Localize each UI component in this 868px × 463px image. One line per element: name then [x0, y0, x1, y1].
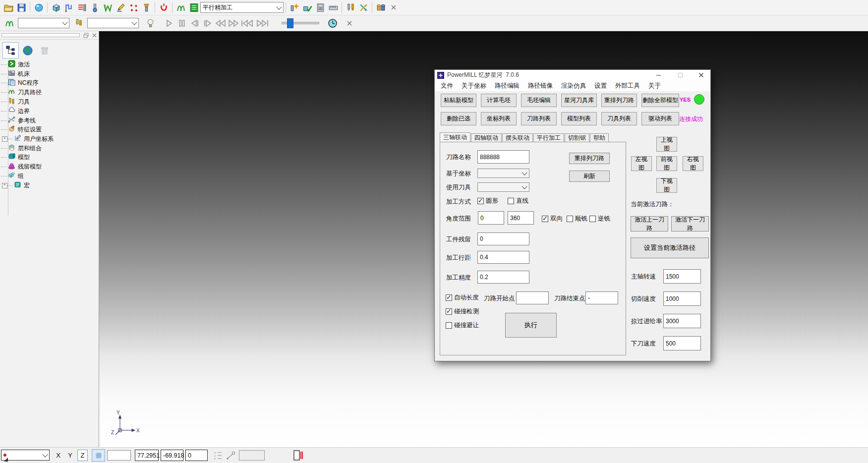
speed-slider[interactable] — [282, 22, 319, 24]
spindle-speed-input[interactable] — [663, 269, 701, 284]
grid-toggle-button[interactable] — [92, 449, 105, 462]
menu-external-tools[interactable]: 外部工具 — [615, 82, 640, 90]
batch-star-icon[interactable] — [288, 1, 301, 14]
rewind-icon[interactable] — [214, 17, 227, 30]
tab-3axis[interactable]: 三轴联动 — [440, 132, 470, 142]
toolpath-list-button[interactable]: 刀路列表 — [521, 112, 557, 125]
tree-item-nc-program[interactable]: NC程序 — [1, 78, 98, 87]
menu-about[interactable]: 关于 — [648, 82, 661, 90]
go-end-icon[interactable] — [255, 17, 270, 30]
toolpath-name-input[interactable] — [477, 150, 529, 164]
drawing-icon[interactable] — [114, 1, 127, 14]
stock-input[interactable] — [477, 232, 529, 245]
pattern-icon[interactable] — [101, 1, 114, 14]
web-view-button[interactable] — [19, 42, 36, 58]
conventional-checkbox[interactable] — [589, 216, 596, 222]
expand-icon[interactable]: + — [2, 136, 7, 142]
auto-length-check[interactable]: 自动长度 — [446, 293, 479, 302]
ruler-icon[interactable] — [327, 1, 340, 14]
menu-path-edit[interactable]: 路径编辑 — [495, 82, 520, 90]
clipboard-icon[interactable] — [292, 449, 303, 463]
fast-forward-icon[interactable] — [227, 17, 240, 30]
toolpath-spring-icon[interactable] — [174, 1, 187, 14]
tree-item-activate[interactable]: 激活 — [1, 60, 98, 69]
tool-pair-icon[interactable] — [344, 1, 357, 14]
minimize-button[interactable] — [651, 70, 666, 80]
close-panel-icon[interactable] — [92, 33, 97, 40]
drive-list-button[interactable]: 驱动列表 — [641, 112, 679, 125]
recycle-bin-button[interactable] — [36, 42, 53, 58]
delete-all-models-button[interactable]: 删除全部模型 — [641, 94, 679, 107]
tab-help[interactable]: 帮助 — [590, 133, 609, 142]
collision-check-check[interactable]: 碰撞检测 — [446, 307, 479, 316]
rearrange-toolpaths-button[interactable]: 重排列刀路 — [601, 94, 637, 107]
coord-x-value[interactable]: 77.2951 — [135, 450, 159, 461]
simulate-check-icon[interactable] — [301, 1, 314, 14]
tool-holder-icon[interactable] — [140, 1, 153, 14]
stock-cylinders-icon[interactable] — [374, 1, 387, 14]
block-edit-button[interactable]: 毛坯编辑 — [521, 94, 557, 107]
menu-coords[interactable]: 关于坐标 — [462, 82, 486, 90]
tree-item-machine[interactable]: 机床 — [1, 69, 98, 78]
grid-size-input[interactable] — [107, 450, 131, 461]
tree-item-groups[interactable]: 组 — [1, 172, 98, 180]
tool-combo[interactable] — [477, 182, 529, 192]
tree-item-patterns[interactable]: 参考线 — [1, 116, 98, 125]
tab-4axis[interactable]: 四轴联动 — [471, 133, 502, 142]
sim-tool-combo[interactable] — [87, 18, 139, 28]
auto-length-checkbox[interactable] — [446, 294, 452, 301]
tree-item-tools[interactable]: 刀具 — [1, 97, 98, 106]
collision-avoid-check[interactable]: 碰撞避让 — [446, 321, 479, 330]
close-toolbar-icon[interactable] — [387, 1, 400, 14]
points-icon[interactable] — [127, 1, 140, 14]
axis-z-button[interactable]: Z — [77, 450, 88, 461]
panel-scrollbar[interactable] — [1, 33, 80, 37]
tree-item-toolpaths[interactable]: 刀具路径 — [1, 88, 98, 97]
tool-small-icon[interactable] — [72, 17, 85, 30]
tree-item-levels-and-sets[interactable]: 层和组合 — [1, 144, 98, 153]
mode-line-check[interactable]: 直线 — [508, 197, 528, 205]
coord-combo[interactable] — [477, 169, 529, 178]
tree-item-feature-sets[interactable]: 特征设置 — [1, 125, 98, 134]
prev-toolpath-button[interactable]: 激活上一刀路 — [631, 216, 668, 232]
skim-feed-input[interactable] — [663, 314, 701, 328]
open-file-icon[interactable] — [2, 1, 15, 14]
tree-item-models[interactable]: 模型 — [1, 153, 98, 162]
active-strategy-combo[interactable]: 平行精加工 — [200, 2, 284, 13]
probe-point-icon[interactable] — [226, 451, 236, 462]
menu-render-sim[interactable]: 渲染仿真 — [561, 82, 586, 90]
execute-button[interactable]: 执行 — [505, 313, 557, 338]
coord-z-value[interactable]: 0 — [185, 450, 208, 461]
clock-icon[interactable] — [326, 17, 339, 30]
toolpath-strategy-icon[interactable] — [62, 1, 75, 14]
angle-to-input[interactable] — [508, 211, 534, 225]
tab-parallel[interactable]: 平行加工 — [533, 133, 564, 142]
pause-icon[interactable] — [175, 17, 188, 30]
block-icon[interactable] — [50, 1, 62, 14]
collision-check-icon[interactable] — [157, 1, 170, 14]
expand-icon[interactable]: + — [2, 183, 7, 188]
axis-y-button[interactable]: Y — [65, 450, 75, 461]
circle-checkbox[interactable] — [477, 198, 484, 204]
lightbulb-icon[interactable] — [144, 17, 157, 30]
model-list-button[interactable]: 模型列表 — [561, 112, 597, 125]
bidirectional-checkbox[interactable] — [542, 216, 548, 222]
cutting-feed-input[interactable] — [663, 291, 701, 306]
menu-path-mirror[interactable]: 路径镜像 — [528, 82, 553, 90]
coord-list-button[interactable]: 坐标列表 — [481, 112, 517, 125]
plunge-feed-input[interactable] — [663, 336, 701, 350]
xyz-list-icon[interactable]: xyz — [214, 451, 223, 462]
view-left-button[interactable]: 左视图 — [631, 156, 652, 171]
delete-selected-button[interactable]: 删除已选 — [441, 112, 476, 125]
view-bottom-button[interactable]: 下视图 — [656, 178, 677, 193]
tolerance-field[interactable] — [239, 450, 265, 461]
save-icon[interactable] — [15, 1, 28, 14]
tree-view-button[interactable] — [2, 42, 19, 58]
strategy-list-icon[interactable] — [187, 1, 200, 14]
collision-avoid-checkbox[interactable] — [446, 322, 452, 329]
play-icon[interactable] — [163, 17, 175, 30]
speed-slider-handle[interactable] — [287, 18, 293, 28]
coord-y-value[interactable]: -69.918 — [161, 450, 183, 461]
tab-head-swing[interactable]: 摆头联动 — [502, 133, 533, 142]
tree-item-macros[interactable]: + 宏 — [1, 181, 98, 190]
